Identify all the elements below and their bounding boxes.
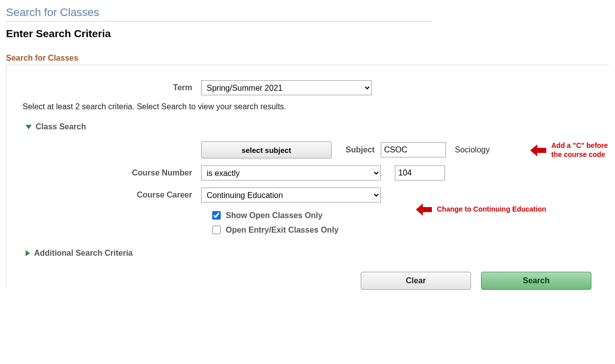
additional-criteria-label: Additional Search Criteria [34,249,133,258]
clear-button[interactable]: Clear [361,272,471,290]
search-panel: Term Spring/Summer 2021 Select at least … [6,65,609,290]
search-button[interactable]: Search [481,272,591,290]
page-subtitle: Enter Search Criteria [6,28,609,40]
annotation-change-ce: Change to Continuing Education [416,203,546,217]
chevron-right-icon [26,250,30,256]
term-label: Term [21,83,201,92]
course-career-label: Course Career [21,191,201,200]
show-open-label: Show Open Classes Only [226,211,323,220]
course-career-select[interactable]: Continuing Education [201,188,381,203]
show-open-checkbox[interactable] [212,211,221,220]
arrow-left-icon [416,203,433,217]
open-entry-checkbox[interactable] [212,226,221,234]
course-number-operator[interactable]: is exactly [201,165,381,180]
page-title: Search for Classes [6,6,609,20]
class-search-label: Class Search [36,122,86,131]
class-search-toggle[interactable]: Class Search [26,122,609,131]
instructions-text: Select at least 2 search criteria. Selec… [23,102,609,111]
select-subject-button[interactable]: select subject [201,141,332,158]
course-number-input[interactable] [395,165,445,180]
additional-criteria-toggle[interactable]: Additional Search Criteria [26,249,609,258]
arrow-left-icon [530,143,547,157]
open-entry-label: Open Entry/Exit Classes Only [226,226,339,235]
title-divider [6,21,432,22]
subject-label: Subject [346,145,375,154]
section-label: Search for Classes [6,54,609,63]
term-select[interactable]: Spring/Summer 2021 [201,80,372,95]
subject-input[interactable] [381,142,446,157]
course-number-label: Course Number [21,168,201,177]
subject-display-name: Sociology [455,145,490,154]
chevron-down-icon [26,125,32,129]
annotation-add-c: Add a "C" before the course code [530,141,615,159]
